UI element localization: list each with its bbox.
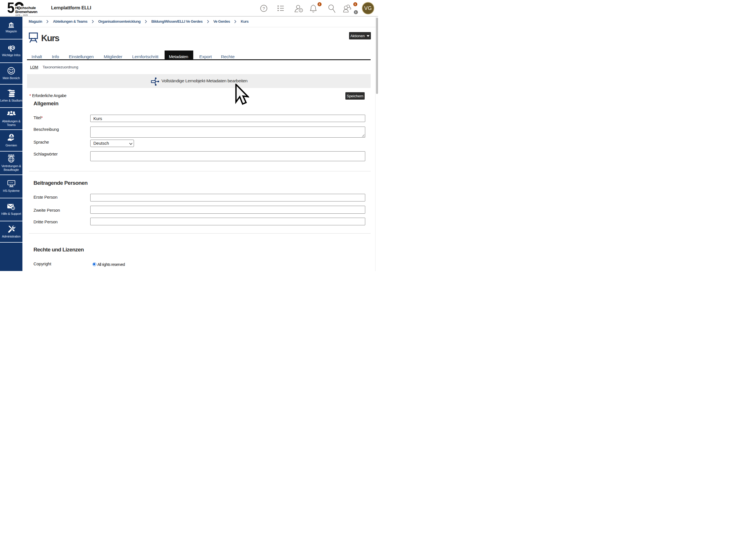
svg-text:?: ? bbox=[263, 6, 265, 11]
svg-text:Bremerhaven: Bremerhaven bbox=[15, 10, 37, 14]
svg-text:***: *** bbox=[9, 181, 13, 184]
svg-text:1975 – 2025: 1975 – 2025 bbox=[15, 14, 28, 16]
svg-text:?: ? bbox=[12, 207, 14, 210]
svg-text:chschule: chschule bbox=[20, 6, 36, 10]
svg-text:H: H bbox=[15, 6, 18, 10]
svg-text:5: 5 bbox=[7, 2, 14, 16]
